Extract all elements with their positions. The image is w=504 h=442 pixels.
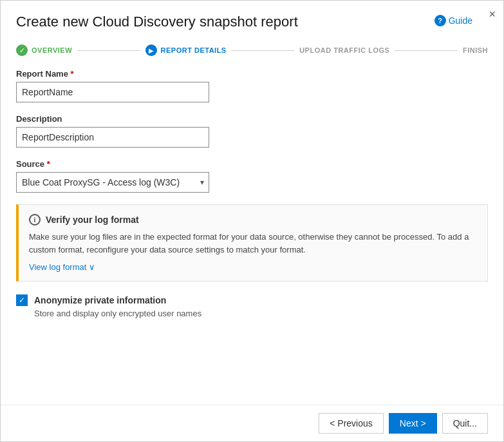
previous-button[interactable]: < Previous [319, 413, 384, 434]
source-group: Source * Blue Coat ProxySG - Access log … [16, 159, 488, 193]
step-overview: ✓ OVERVIEW [16, 44, 72, 56]
step-line-1 [77, 50, 140, 51]
step-finish-label: FINISH [463, 46, 488, 54]
info-box: i Verify your log format Make sure your … [16, 204, 488, 282]
dialog-footer: < Previous Next > Quit... [1, 405, 503, 441]
source-label: Source * [16, 159, 488, 169]
step-line-3 [395, 50, 457, 51]
step-upload-logs: UPLOAD TRAFFIC LOGS [299, 46, 389, 54]
info-box-header: i Verify your log format [29, 214, 477, 226]
step-line-2 [232, 50, 294, 51]
description-input[interactable] [16, 127, 209, 148]
check-mark-icon: ✓ [19, 296, 25, 304]
report-name-label: Report Name * [16, 69, 488, 79]
dialog-title: Create new Cloud Discovery snapshot repo… [16, 14, 298, 30]
view-log-format-link[interactable]: View log format ∨ [29, 262, 477, 272]
next-button[interactable]: Next > [389, 413, 437, 434]
source-select-wrapper: Blue Coat ProxySG - Access log (W3C) Cis… [16, 172, 209, 193]
info-box-body: Make sure your log files are in the expe… [29, 231, 477, 256]
step-upload-logs-label: UPLOAD TRAFFIC LOGS [299, 46, 389, 54]
required-star-name: * [71, 69, 74, 79]
guide-label: Guide [449, 15, 472, 26]
quit-button[interactable]: Quit... [442, 413, 488, 434]
anonymize-row: ✓ Anonymize private information [16, 294, 488, 306]
step-report-details: ▶ REPORT DETAILS [145, 44, 227, 56]
report-name-input[interactable] [16, 82, 209, 102]
dialog-header: Create new Cloud Discovery snapshot repo… [1, 1, 503, 37]
description-group: Description [16, 114, 488, 148]
view-log-format-label: View log format [29, 262, 86, 272]
step-finish: FINISH [463, 46, 488, 54]
step-overview-icon: ✓ [16, 44, 28, 56]
anonymize-label: Anonymize private information [34, 295, 166, 305]
anonymize-section: ✓ Anonymize private information Store an… [16, 294, 488, 318]
info-icon: i [29, 214, 41, 226]
info-box-title: Verify your log format [46, 215, 139, 225]
required-star-source: * [47, 159, 50, 169]
report-name-group: Report Name * [16, 69, 488, 102]
anonymize-checkbox[interactable]: ✓ [16, 294, 28, 306]
close-button[interactable]: × [489, 8, 496, 20]
dialog: × ? Guide Create new Cloud Discovery sna… [0, 0, 504, 442]
step-report-details-label: REPORT DETAILS [161, 46, 227, 54]
step-overview-label: OVERVIEW [32, 46, 72, 54]
view-log-chevron-icon: ∨ [89, 262, 95, 272]
guide-icon: ? [434, 15, 446, 26]
source-select[interactable]: Blue Coat ProxySG - Access log (W3C) Cis… [16, 172, 209, 193]
guide-link[interactable]: ? Guide [434, 15, 472, 26]
description-label: Description [16, 114, 488, 124]
anonymize-sublabel: Store and display only encrypted user na… [16, 309, 488, 318]
step-report-details-icon: ▶ [145, 44, 157, 56]
stepper: ✓ OVERVIEW ▶ REPORT DETAILS UPLOAD TRAFF… [1, 37, 503, 66]
form-body: Report Name * Description Source * Blue … [1, 66, 503, 405]
